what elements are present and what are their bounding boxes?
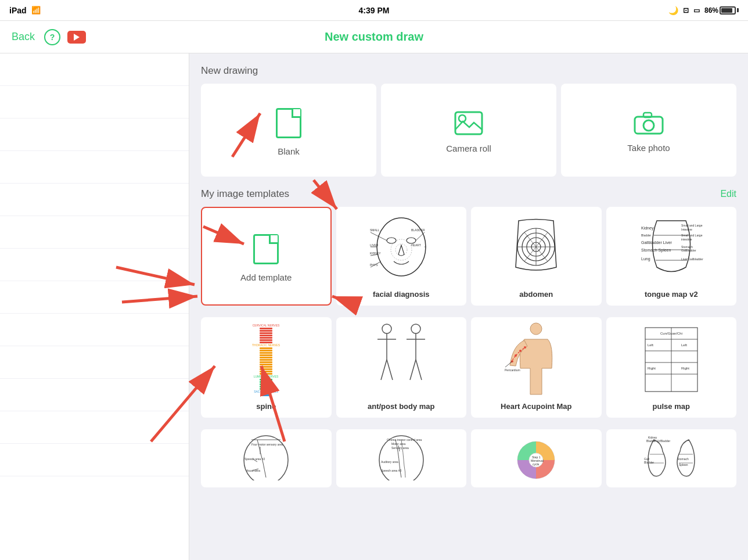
sidebar (0, 53, 189, 560)
blank-card[interactable]: Blank (201, 84, 376, 177)
facial-diagnosis-card[interactable]: SMALL LIVER KIDNEY PHYS BLADDER HEART fa… (336, 207, 467, 306)
svg-point-84 (530, 323, 542, 335)
spine-img: CERVICAL NERVES THORACIC NERVES (207, 322, 326, 397)
templates-row-3: Four motor sensory area Speech area #2 V… (201, 429, 736, 487)
sidebar-item-10 (0, 346, 189, 379)
svg-line-78 (387, 360, 393, 380)
brain-map-2-card[interactable]: Chorea-tremor control area Motor area Se… (336, 429, 467, 487)
brain-map-1-card[interactable]: Four motor sensory area Speech area #2 V… (201, 429, 332, 487)
sidebar-item-11 (0, 379, 189, 411)
doc-icon (276, 108, 301, 138)
svg-text:Kidney: Kidney (641, 226, 654, 231)
svg-point-74 (382, 324, 391, 333)
svg-rect-60 (260, 361, 272, 363)
svg-text:Gallbladder: Gallbladder (681, 249, 696, 252)
svg-point-88 (524, 346, 526, 349)
templates-row-1: Add template (201, 207, 736, 306)
svg-text:Chorea-tremor control area: Chorea-tremor control area (387, 438, 422, 441)
content-area: New drawing Blank Camera roll (189, 53, 748, 560)
camera-roll-label: Camera roll (446, 143, 491, 153)
camera-roll-card[interactable]: Camera roll (381, 84, 556, 177)
body-map-img (342, 322, 461, 397)
back-button[interactable]: Back (12, 31, 35, 43)
add-template-card[interactable]: Add template (201, 207, 332, 306)
svg-text:Pericardium: Pericardium (505, 368, 520, 372)
battery-tip (737, 8, 739, 12)
svg-text:PHYS: PHYS (370, 263, 378, 267)
svg-rect-55 (260, 350, 272, 351)
svg-rect-69 (260, 383, 272, 385)
take-photo-card[interactable]: Take photo (561, 84, 736, 177)
youtube-button[interactable] (67, 31, 86, 44)
svg-text:CERVICAL NERVES: CERVICAL NERVES (253, 324, 280, 327)
spine-card[interactable]: CERVICAL NERVES THORACIC NERVES (201, 317, 332, 418)
svg-text:LUMBAR NERVES: LUMBAR NERVES (254, 375, 279, 378)
svg-text:Intestine: Intestine (681, 228, 692, 231)
new-drawing-grid: Blank Camera roll Take photo (201, 84, 736, 177)
pulse-map-label: pulse map (653, 402, 690, 411)
battery-bar (720, 6, 736, 15)
svg-text:cycle: cycle (533, 462, 540, 466)
pulse-map-card[interactable]: Cun/Guan/Chi Left Left Right Right pulse… (606, 317, 737, 418)
sidebar-item-8 (0, 281, 189, 314)
status-time: 4:39 PM (359, 6, 390, 15)
svg-text:Bladder: Bladder (641, 234, 652, 237)
battery-fill (721, 8, 732, 13)
svg-rect-0 (455, 112, 482, 134)
nav-icons: ? (44, 29, 86, 45)
sidebar-item-12 (0, 411, 189, 444)
svg-rect-64 (260, 371, 272, 372)
device-label: iPad (9, 6, 27, 15)
status-left: iPad 📶 (9, 6, 41, 15)
abdomen-img (477, 211, 596, 285)
bladder-map-card[interactable]: Kidney Bladder UrBladder Gall Bladder St… (606, 429, 737, 487)
svg-text:Small and Large: Small and Large (681, 224, 703, 227)
body-map-card[interactable]: ant/post body map (336, 317, 467, 418)
svg-line-83 (416, 360, 422, 380)
sidebar-item-6 (0, 216, 189, 249)
svg-line-12 (416, 232, 425, 240)
sidebar-item-5 (0, 184, 189, 216)
svg-rect-59 (260, 359, 272, 361)
wifi-icon: 📶 (31, 6, 41, 15)
svg-rect-46 (260, 328, 272, 329)
svg-text:Left: Left (648, 343, 653, 347)
svg-text:Stomach Spleen: Stomach Spleen (641, 248, 671, 253)
sidebar-item-7 (0, 249, 189, 281)
abdomen-card[interactable]: abdomen (471, 207, 602, 306)
svg-text:SMALL: SMALL (370, 228, 380, 232)
svg-rect-58 (260, 357, 272, 358)
svg-text:Right: Right (648, 367, 656, 370)
sidebar-item-1 (0, 53, 189, 86)
tongue-svg: Kidney Bladder Gallbladder Liver Stomach… (639, 215, 703, 282)
new-drawing-header: New drawing (201, 65, 736, 77)
sidebar-item-9 (0, 314, 189, 346)
svg-point-6 (387, 238, 396, 243)
svg-point-1 (459, 115, 466, 122)
heart-acupoint-card[interactable]: Pericardium Heart Acupoint Map (471, 317, 602, 418)
svg-text:Gallbladder Liver: Gallbladder Liver (641, 240, 673, 245)
svg-text:Sensory area: Sensory area (391, 446, 409, 450)
menstrual-cycle-card[interactable]: Step 1 Menstrual cycle (471, 429, 602, 487)
edit-button[interactable]: Edit (720, 189, 736, 199)
pulse-map-img: Cun/Guan/Chi Left Left Right Right (612, 322, 731, 397)
facial-svg: SMALL LIVER KIDNEY PHYS BLADDER HEART (369, 215, 433, 282)
brain2-svg: Chorea-tremor control area Motor area Se… (369, 434, 433, 480)
svg-text:intestine: intestine (681, 238, 692, 241)
svg-rect-67 (260, 379, 272, 380)
screen-icon: ⊡ (683, 6, 689, 15)
sidebar-item-3 (0, 119, 189, 151)
new-drawing-title: New drawing (201, 65, 258, 77)
svg-rect-70 (260, 386, 272, 387)
nav-bar: Back ? New custom draw (0, 21, 748, 53)
help-button[interactable]: ? (44, 29, 60, 45)
status-right: 🌙 ⊡ ▭ 86% (668, 6, 739, 15)
svg-point-86 (515, 354, 517, 357)
svg-text:Lung: Lung (641, 257, 650, 261)
svg-text:Four motor sensory area: Four motor sensory area (251, 443, 283, 446)
tongue-map-card[interactable]: Kidney Bladder Gallbladder Liver Stomach… (606, 207, 737, 306)
svg-rect-68 (260, 381, 272, 383)
svg-text:KIDNEY: KIDNEY (370, 252, 381, 255)
svg-rect-54 (260, 347, 272, 349)
img-icon (454, 111, 483, 135)
